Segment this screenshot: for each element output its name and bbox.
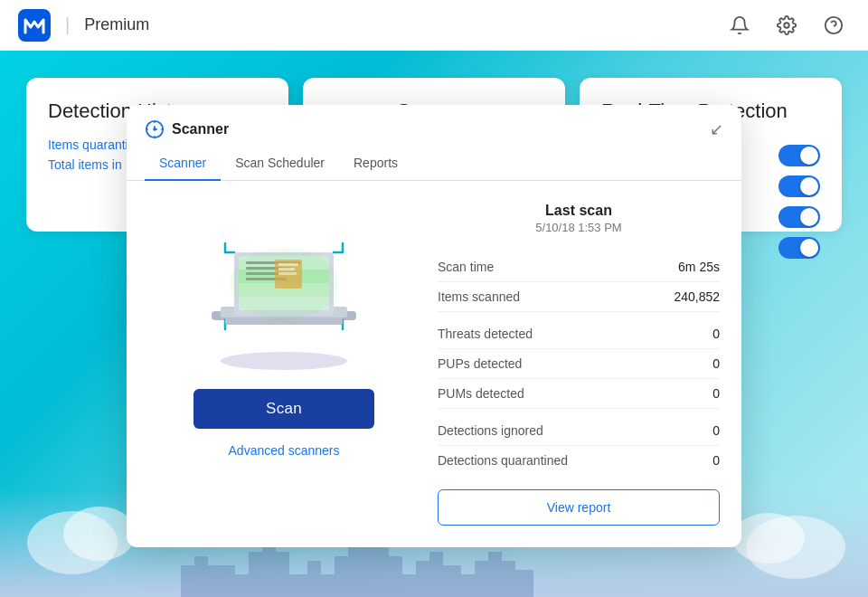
stat-value-pums: 0 [712, 386, 720, 401]
svg-rect-0 [18, 9, 51, 42]
main-content: Detection History Items quarantined Tota… [0, 51, 868, 597]
last-scan-header: Last scan 5/10/18 1:53 PM [438, 203, 720, 234]
scanner-modal: Scanner ↙ Scanner Scan Scheduler Reports [127, 105, 741, 547]
svg-point-7 [154, 128, 156, 130]
scan-button[interactable]: Scan [193, 389, 374, 429]
stat-value-threats: 0 [712, 327, 720, 341]
stat-value-scan-time: 6m 25s [678, 260, 720, 274]
stat-row-items-scanned: Items scanned 240,852 [438, 282, 720, 312]
modal-tabs: Scanner Scan Scheduler Reports [127, 147, 741, 181]
modal-left-panel: Scan Advanced scanners [148, 203, 420, 526]
svg-point-1 [784, 23, 789, 28]
stat-row-pums: PUMs detected 0 [438, 379, 720, 409]
scanner-modal-icon [145, 119, 165, 139]
stat-label-scan-time: Scan time [438, 260, 494, 274]
modal-header: Scanner ↙ [127, 105, 741, 139]
stat-label-pums: PUMs detected [438, 386, 524, 401]
stat-label-pups: PUPs detected [438, 356, 522, 371]
stat-value-items-scanned: 240,852 [674, 289, 720, 304]
scan-illustration [184, 203, 383, 374]
svg-point-34 [732, 513, 805, 564]
svg-point-32 [63, 507, 136, 561]
stat-row-ignored: Detections ignored 0 [438, 416, 720, 446]
stat-value-pups: 0 [712, 356, 720, 371]
modal-body: Scan Advanced scanners Last scan 5/10/18… [127, 181, 741, 547]
navbar: | Premium [0, 0, 868, 51]
scan-stats: Scan time 6m 25s Items scanned 240,852 T… [438, 252, 720, 475]
tab-reports[interactable]: Reports [339, 147, 412, 181]
toggle-switch-4[interactable] [778, 237, 820, 259]
toggle-switch-1[interactable] [778, 145, 820, 166]
stat-row-quarantined: Detections quarantined 0 [438, 446, 720, 475]
stat-value-ignored: 0 [712, 423, 720, 438]
svg-point-30 [230, 248, 338, 320]
help-button[interactable] [817, 9, 850, 42]
nav-divider: | [65, 14, 70, 35]
advanced-scanners-link[interactable]: Advanced scanners [229, 443, 340, 458]
scanner-modal-overlay: Scanner ↙ Scanner Scan Scheduler Reports [127, 105, 741, 547]
svg-point-12 [221, 352, 347, 370]
stat-row-pups: PUPs detected 0 [438, 349, 720, 379]
stat-divider-2 [438, 409, 720, 416]
navbar-icons [723, 9, 850, 42]
modal-right-panel: Last scan 5/10/18 1:53 PM Scan time 6m 2… [438, 203, 720, 526]
toggle-switch-2[interactable] [778, 175, 820, 197]
nav-title: Premium [84, 15, 149, 34]
modal-minimize-button[interactable]: ↙ [710, 121, 723, 137]
brand-logo-icon [18, 9, 51, 42]
last-scan-title: Last scan [438, 203, 720, 219]
toggle-switch-3[interactable] [778, 206, 820, 228]
modal-header-left: Scanner [145, 119, 229, 139]
stat-row-threats: Threats detected 0 [438, 319, 720, 349]
settings-button[interactable] [770, 9, 803, 42]
modal-title: Scanner [172, 121, 229, 137]
stat-divider-1 [438, 312, 720, 319]
stat-label-quarantined: Detections quarantined [438, 453, 568, 468]
stat-label-ignored: Detections ignored [438, 423, 543, 438]
last-scan-date: 5/10/18 1:53 PM [438, 221, 720, 234]
tab-scan-scheduler[interactable]: Scan Scheduler [221, 147, 339, 181]
notification-button[interactable] [723, 9, 756, 42]
detection-history-row2: Total items in [48, 157, 122, 172]
navbar-logo: | Premium [18, 9, 149, 42]
stat-label-items-scanned: Items scanned [438, 289, 520, 304]
stat-label-threats: Threats detected [438, 327, 533, 341]
view-report-button[interactable]: View report [438, 489, 720, 526]
stat-row-scan-time: Scan time 6m 25s [438, 252, 720, 282]
stat-value-quarantined: 0 [712, 453, 720, 468]
tab-scanner[interactable]: Scanner [145, 147, 221, 181]
